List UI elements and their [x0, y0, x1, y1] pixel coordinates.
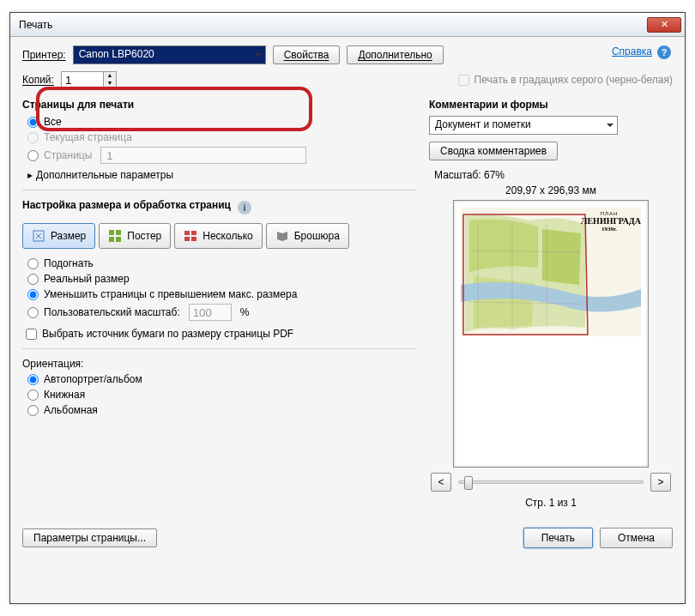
choose-source-row[interactable]: Выбрать источник бумаги по размеру стран… — [26, 328, 417, 340]
radio-custom[interactable]: Пользовательский масштаб: % — [27, 304, 417, 321]
scale-label: Масштаб: 67% — [434, 169, 673, 181]
copies-label: Копий: — [22, 74, 54, 86]
radio-orient-auto[interactable]: Автопортрет/альбом — [27, 373, 417, 385]
print-preview: ПЛАН ЛЕНИНГРАДА 1939г. — [453, 200, 649, 468]
radio-current-input — [27, 132, 39, 143]
tab-size[interactable]: Размер — [22, 223, 95, 249]
svg-rect-8 — [191, 237, 196, 241]
svg-rect-5 — [184, 231, 190, 235]
printer-label: Принтер: — [22, 49, 66, 61]
print-button[interactable]: Печать — [523, 528, 593, 548]
help-icon[interactable]: ? — [657, 45, 671, 59]
more-options-toggle[interactable]: Дополнительные параметры — [27, 169, 417, 181]
preview-prev-button[interactable]: < — [431, 473, 451, 492]
radio-orient-landscape[interactable]: Альбомная — [27, 404, 417, 416]
svg-rect-1 — [109, 230, 114, 235]
radio-orient-portrait[interactable]: Книжная — [27, 389, 417, 401]
multiple-icon — [184, 229, 197, 243]
svg-rect-4 — [116, 237, 121, 242]
radio-shrink-input[interactable] — [27, 289, 39, 300]
chevron-left-icon: < — [438, 476, 444, 488]
preview-map-title: ПЛАН ЛЕНИНГРАДА 1939г. — [581, 211, 638, 233]
radio-orient-landscape-input[interactable] — [27, 405, 39, 416]
chevron-right-icon: > — [657, 476, 663, 488]
size-icon — [32, 229, 45, 243]
cancel-button[interactable]: Отмена — [600, 528, 673, 548]
comments-title: Комментарии и формы — [429, 99, 673, 111]
help-link[interactable]: Справка — [612, 45, 652, 57]
radio-all[interactable]: Все — [27, 116, 417, 128]
pages-title: Страницы для печати — [22, 99, 417, 111]
comments-summary-button[interactable]: Сводка комментариев — [429, 142, 558, 160]
properties-button[interactable]: Свойства — [273, 45, 341, 64]
preview-next-button[interactable]: > — [650, 473, 671, 492]
comments-select[interactable]: Документ и пометки — [429, 116, 618, 135]
spin-up-icon[interactable]: ▲ — [104, 72, 116, 80]
svg-rect-2 — [116, 230, 121, 235]
radio-orient-portrait-input[interactable] — [27, 390, 39, 401]
custom-scale-input[interactable] — [189, 304, 232, 321]
close-button[interactable]: ✕ — [647, 17, 681, 33]
grayscale-checkbox-row: Печать в градациях серого (черно-белая) — [458, 74, 673, 86]
grayscale-label: Печать в градациях серого (черно-белая) — [474, 74, 673, 86]
copies-input[interactable] — [61, 71, 104, 88]
radio-pages[interactable]: Страницы — [27, 147, 417, 164]
tab-multiple[interactable]: Несколько — [174, 223, 262, 249]
size-title: Настройка размера и обработка страниц — [22, 199, 231, 211]
tab-booklet[interactable]: Брошюра — [266, 223, 349, 249]
radio-actual-input[interactable] — [27, 274, 39, 285]
close-icon: ✕ — [661, 19, 668, 30]
slider-thumb[interactable] — [464, 476, 473, 490]
choose-source-checkbox[interactable] — [26, 329, 37, 340]
spin-down-icon[interactable]: ▼ — [104, 80, 116, 88]
radio-actual[interactable]: Реальный размер — [27, 273, 417, 285]
poster-icon — [108, 229, 122, 243]
page-count-label: Стр. 1 из 1 — [429, 497, 673, 509]
radio-shrink[interactable]: Уменьшить страницы с превышением макс. р… — [27, 288, 417, 300]
svg-rect-6 — [191, 231, 196, 235]
radio-current: Текущая страница — [27, 131, 417, 143]
radio-orient-auto-input[interactable] — [27, 374, 39, 385]
printer-select[interactable]: Canon LBP6020 — [73, 45, 266, 64]
radio-all-input[interactable] — [27, 117, 39, 128]
orient-title: Ориентация: — [22, 358, 417, 370]
advanced-button[interactable]: Дополнительно — [347, 45, 443, 64]
booklet-icon — [275, 229, 289, 243]
print-dialog: Печать ✕ Принтер: Canon LBP6020 Свойства… — [9, 12, 686, 604]
tab-poster[interactable]: Постер — [99, 223, 171, 249]
grayscale-checkbox — [458, 75, 469, 86]
titlebar: Печать ✕ — [10, 13, 685, 37]
svg-rect-3 — [109, 237, 114, 242]
page-setup-button[interactable]: Параметры страницы... — [22, 528, 157, 547]
pages-range-input[interactable] — [100, 147, 306, 164]
dimensions-label: 209,97 x 296,93 мм — [429, 184, 673, 196]
radio-pages-input[interactable] — [27, 150, 39, 161]
radio-fit[interactable]: Подогнать — [27, 257, 417, 269]
info-icon[interactable]: i — [238, 201, 251, 214]
window-title: Печать — [19, 19, 52, 31]
copies-spinner[interactable]: ▲ ▼ — [61, 71, 117, 88]
preview-zoom-slider[interactable] — [458, 480, 644, 484]
svg-rect-7 — [184, 237, 190, 241]
radio-fit-input[interactable] — [27, 258, 39, 269]
radio-custom-input[interactable] — [27, 307, 39, 318]
